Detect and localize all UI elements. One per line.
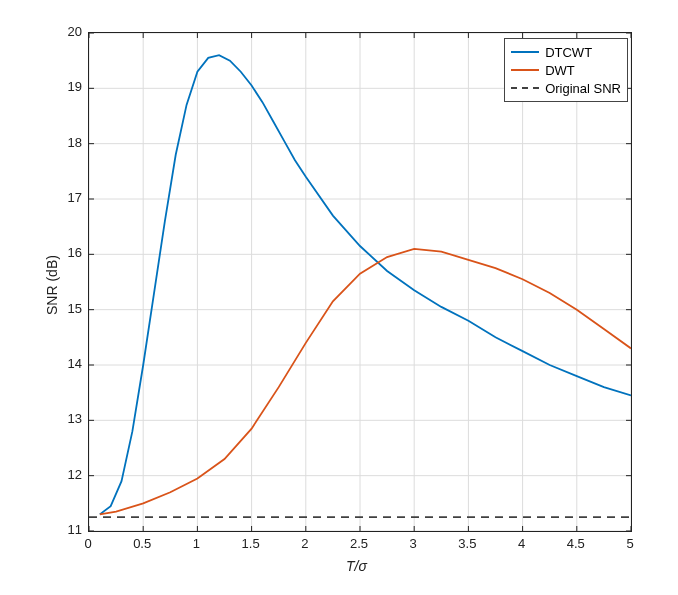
x-tick-label: 0.5 <box>130 536 154 551</box>
chart-grid <box>89 33 631 531</box>
y-tick-label: 12 <box>58 467 82 482</box>
y-tick-label: 13 <box>58 411 82 426</box>
x-tick-label: 1.5 <box>239 536 263 551</box>
x-tick-label: 0 <box>76 536 100 551</box>
y-tick-label: 20 <box>58 24 82 39</box>
x-tick-label: 4 <box>510 536 534 551</box>
x-tick-label: 5 <box>618 536 642 551</box>
chart-legend: DTCWTDWTOriginal SNR <box>504 38 628 102</box>
y-tick-label: 14 <box>58 356 82 371</box>
x-tick-label: 3.5 <box>455 536 479 551</box>
legend-item-dwt: DWT <box>511 61 621 79</box>
legend-label: DWT <box>545 63 575 78</box>
x-tick-label: 1 <box>184 536 208 551</box>
series-dtcwt <box>100 55 631 514</box>
chart-svg <box>89 33 631 531</box>
legend-item-dtcwt: DTCWT <box>511 43 621 61</box>
x-axis-label-text: T/σ <box>346 558 367 574</box>
y-tick-label: 16 <box>58 245 82 260</box>
x-tick-label: 2.5 <box>347 536 371 551</box>
y-axis-label: SNR (dB) <box>44 255 60 315</box>
y-tick-label: 19 <box>58 79 82 94</box>
x-tick-label: 2 <box>293 536 317 551</box>
y-tick-label: 17 <box>58 190 82 205</box>
legend-swatch <box>511 51 539 53</box>
legend-label: Original SNR <box>545 81 621 96</box>
legend-swatch <box>511 87 539 89</box>
x-axis-label: T/σ <box>346 558 367 574</box>
chart-plot-area <box>88 32 632 532</box>
x-tick-label: 3 <box>401 536 425 551</box>
legend-item-original-snr: Original SNR <box>511 79 621 97</box>
y-tick-label: 11 <box>58 522 82 537</box>
y-tick-label: 18 <box>58 135 82 150</box>
series-dwt <box>100 249 631 515</box>
legend-label: DTCWT <box>545 45 592 60</box>
legend-swatch <box>511 69 539 71</box>
x-tick-label: 4.5 <box>564 536 588 551</box>
y-tick-label: 15 <box>58 301 82 316</box>
